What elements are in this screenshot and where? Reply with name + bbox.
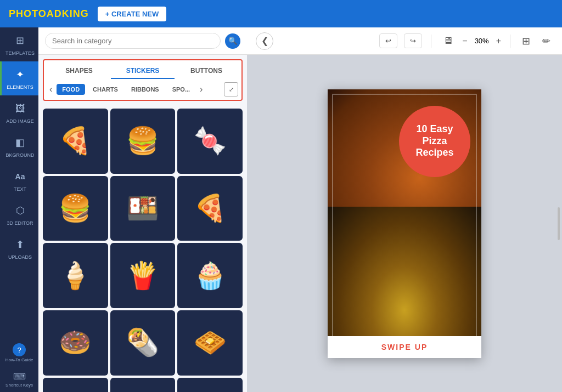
swipe-up-text: SWIPE UP: [381, 343, 428, 351]
uploads-icon: ⬆: [13, 237, 28, 252]
sidebar-bottom: ? How-To Guide ⌨ Shortcut Keys: [0, 339, 38, 392]
add-image-icon: 🖼: [13, 101, 28, 116]
sidebar-label-add-image: ADD IMAGE: [6, 118, 34, 124]
undo-button[interactable]: ↩: [379, 33, 397, 48]
sticker-item[interactable]: 🍱: [110, 176, 176, 241]
subcategory-next-button[interactable]: ›: [198, 83, 205, 95]
sticker-item[interactable]: 🍟: [110, 243, 176, 308]
sidebar-label-templates: TEMPLATES: [5, 50, 35, 56]
canvas-area: ❮ ↩ ↪ 🖥 − 30% + ⊞ ✏: [247, 27, 562, 392]
howto-label: How-To Guide: [5, 357, 33, 362]
sticker-item[interactable]: 🍬: [177, 109, 243, 174]
sticker-item[interactable]: 🍔: [43, 176, 108, 241]
sidebar-item-text[interactable]: Aa TEXT: [0, 163, 38, 197]
subcat-ribbons[interactable]: RIBBONS: [126, 84, 165, 95]
search-bar: 🔍: [38, 27, 247, 55]
sidebar-item-background[interactable]: ◧ BKGROUND: [0, 129, 38, 163]
howto-icon: ?: [13, 343, 26, 356]
subcat-sport[interactable]: SPO...: [167, 84, 195, 95]
elements-panel: 🔍 SHAPES STICKERS BUTTONS ‹ FOOD CHARTS …: [38, 27, 247, 392]
redo-button[interactable]: ↪: [404, 33, 422, 48]
sidebar-item-templates[interactable]: ⊞ TEMPLATES: [0, 27, 38, 61]
logo-king: KING: [62, 8, 89, 19]
sidebar-item-elements[interactable]: ✦ ELEMENTS: [0, 61, 38, 95]
sticker-item[interactable]: 🧇: [177, 310, 243, 376]
sticker-item[interactable]: 🍪: [110, 378, 176, 392]
swipe-up-bar: SWIPE UP: [328, 336, 481, 358]
sticker-item[interactable]: 🍔: [110, 109, 176, 174]
toolbar-separator: [431, 35, 431, 48]
logo-ad: AD: [47, 8, 62, 19]
sidebar-label-text: TEXT: [14, 186, 26, 192]
canvas-toolbar: ❮ ↩ ↪ 🖥 − 30% + ⊞ ✏: [247, 27, 562, 55]
tab-stickers[interactable]: STICKERS: [111, 64, 175, 79]
sticker-item[interactable]: 🧁: [177, 243, 243, 308]
subcategory-row: ‹ FOOD CHARTS RIBBONS SPO... › ⤢: [47, 82, 238, 96]
grid-view-button[interactable]: ⊞: [519, 32, 533, 50]
sticker-item[interactable]: 🌯: [110, 310, 176, 376]
toolbar-separator-2: [510, 35, 510, 48]
sidebar-item-add-image[interactable]: 🖼 ADD IMAGE: [0, 95, 38, 129]
zoom-level: 30%: [471, 37, 493, 45]
background-icon: ◧: [13, 135, 28, 150]
expand-button[interactable]: ⤢: [224, 82, 238, 96]
tab-shapes[interactable]: SHAPES: [47, 64, 111, 79]
draw-button[interactable]: ✏: [539, 32, 553, 50]
sidebar-label-uploads: UPLOADS: [8, 254, 32, 260]
app-logo: PHOTOADKING: [9, 8, 89, 20]
sidebar-item-3d-editor[interactable]: ⬡ 3D EDITOR: [0, 197, 38, 231]
tab-buttons[interactable]: BUTTONS: [175, 64, 238, 79]
sidebar-item-shortcuts[interactable]: ⌨ Shortcut Keys: [0, 367, 38, 392]
canvas-scrollbar[interactable]: [558, 207, 560, 240]
back-nav-button[interactable]: ❮: [256, 32, 273, 50]
shortcuts-label: Shortcut Keys: [5, 383, 33, 388]
zoom-minus-button[interactable]: −: [462, 36, 467, 46]
sidebar-label-background: BKGROUND: [5, 152, 34, 158]
red-circle-badge: 10 Easy Pizza Recipes: [399, 106, 470, 177]
shortcuts-icon: ⌨: [13, 371, 26, 382]
tab-row: SHAPES STICKERS BUTTONS: [47, 64, 238, 79]
templates-icon: ⊞: [13, 33, 28, 48]
sidebar-item-uploads[interactable]: ⬆ UPLOADS: [0, 231, 38, 265]
display-button[interactable]: 🖥: [440, 32, 456, 49]
recipe-title: 10 Easy Pizza Recipes: [415, 123, 453, 159]
search-button[interactable]: 🔍: [225, 33, 240, 49]
subcategory-prev-button[interactable]: ‹: [47, 83, 54, 95]
elements-icon: ✦: [13, 67, 28, 82]
search-input[interactable]: [45, 33, 221, 49]
create-new-button[interactable]: + CREATE NEW: [98, 7, 167, 21]
top-bar: PHOTOADKING + CREATE NEW: [0, 0, 562, 27]
subcat-food[interactable]: FOOD: [57, 84, 85, 95]
main-layout: ⊞ TEMPLATES ✦ ELEMENTS 🖼 ADD IMAGE ◧ BKG…: [0, 27, 562, 392]
sidebar-label-3d-editor: 3D EDITOR: [7, 220, 33, 226]
3d-editor-icon: ⬡: [13, 203, 28, 218]
sidebar-item-howto[interactable]: ? How-To Guide: [0, 339, 38, 367]
sticker-item[interactable]: 🍕: [43, 109, 108, 174]
canvas-workspace[interactable]: 10 Easy Pizza Recipes SWIPE UP: [247, 55, 562, 392]
sticker-item[interactable]: 🍦: [43, 243, 108, 308]
zoom-plus-button[interactable]: +: [496, 36, 501, 46]
zoom-controls: − 30% +: [462, 36, 501, 46]
element-tabs-container: SHAPES STICKERS BUTTONS ‹ FOOD CHARTS RI…: [43, 59, 243, 101]
text-icon: Aa: [13, 169, 28, 184]
sticker-item[interactable]: 🍕: [177, 176, 243, 241]
sticker-item[interactable]: 🍗: [43, 378, 108, 392]
sticker-grid: 🍕 🍔 🍬 🍔 🍱 🍕 🍦 🍟 🧁 🍩 🌯 🧇 🍗 🍪 🥨 🍰 🍮 📚: [38, 105, 247, 392]
subcat-charts[interactable]: CHARTS: [87, 84, 123, 95]
sidebar-label-elements: ELEMENTS: [7, 84, 33, 90]
sticker-item[interactable]: 🥨: [177, 378, 243, 392]
logo-photo: PHOTO: [9, 8, 47, 19]
sticker-item[interactable]: 🍩: [43, 310, 108, 376]
design-canvas: 10 Easy Pizza Recipes SWIPE UP: [328, 89, 481, 358]
left-sidebar: ⊞ TEMPLATES ✦ ELEMENTS 🖼 ADD IMAGE ◧ BKG…: [0, 27, 38, 392]
